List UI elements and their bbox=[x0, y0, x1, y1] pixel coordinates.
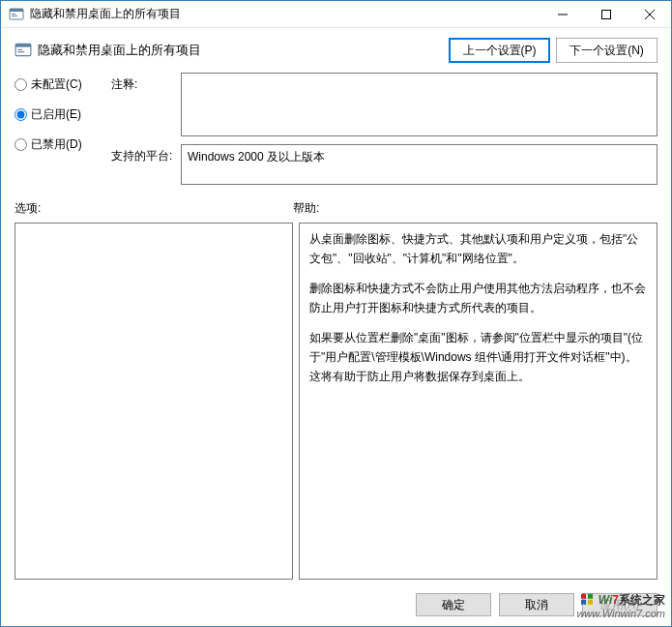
radio-not-configured-input[interactable] bbox=[15, 78, 27, 91]
policy-icon bbox=[15, 42, 32, 59]
next-setting-button[interactable]: 下一个设置(N) bbox=[556, 38, 657, 63]
window-controls bbox=[541, 1, 671, 27]
radio-disabled[interactable]: 已禁用(D) bbox=[15, 136, 111, 153]
policy-icon bbox=[9, 7, 24, 22]
close-button[interactable] bbox=[628, 1, 671, 27]
help-paragraph: 从桌面删除图标、快捷方式、其他默认项和用户定义项，包括"公文包"、"回收站"、"… bbox=[309, 229, 647, 269]
radio-enabled[interactable]: 已启用(E) bbox=[15, 106, 111, 123]
maximize-button[interactable] bbox=[584, 1, 628, 27]
radio-not-configured[interactable]: 未配置(C) bbox=[15, 76, 111, 93]
svg-rect-3 bbox=[12, 15, 17, 16]
minimize-button[interactable] bbox=[541, 1, 584, 27]
svg-rect-1 bbox=[10, 9, 23, 12]
radio-disabled-input[interactable] bbox=[15, 138, 27, 151]
help-pane: 从桌面删除图标、快捷方式、其他默认项和用户定义项，包括"公文包"、"回收站"、"… bbox=[299, 223, 657, 580]
comment-label: 注释: bbox=[111, 73, 181, 93]
dialog-window: 隐藏和禁用桌面上的所有项目 隐藏和禁用桌面上的所有项目 上一个设置(P) bbox=[0, 0, 672, 627]
setting-name: 隐藏和禁用桌面上的所有项目 bbox=[38, 42, 449, 59]
window-title: 隐藏和禁用桌面上的所有项目 bbox=[30, 6, 541, 22]
help-paragraph: 如果要从位置栏删除"桌面"图标，请参阅"位置栏中显示的项目"(位于"用户配置\管… bbox=[309, 328, 647, 387]
svg-rect-6 bbox=[15, 44, 31, 46]
svg-rect-7 bbox=[17, 49, 22, 50]
config-row: 未配置(C) 已启用(E) 已禁用(D) 注释: 支持的平台: bbox=[1, 69, 671, 185]
previous-setting-button[interactable]: 上一个设置(P) bbox=[449, 38, 550, 63]
panes-row: 从桌面删除图标、快捷方式、其他默认项和用户定义项，包括"公文包"、"回收站"、"… bbox=[1, 221, 671, 585]
radio-disabled-label: 已禁用(D) bbox=[31, 136, 82, 153]
radio-enabled-input[interactable] bbox=[15, 108, 27, 121]
svg-rect-4 bbox=[601, 10, 610, 18]
options-label: 选项: bbox=[15, 200, 293, 217]
radio-not-configured-label: 未配置(C) bbox=[31, 76, 82, 93]
footer: 确定 取消 应用(A) Wi7系统之家 www.Winwin7.com bbox=[1, 585, 671, 626]
supported-on-text bbox=[181, 144, 657, 185]
pane-labels: 选项: 帮助: bbox=[1, 185, 671, 221]
options-pane bbox=[15, 223, 293, 580]
titlebar: 隐藏和禁用桌面上的所有项目 bbox=[1, 1, 671, 28]
help-label: 帮助: bbox=[293, 200, 657, 217]
comment-input[interactable] bbox=[181, 73, 657, 136]
cancel-button[interactable]: 取消 bbox=[499, 593, 574, 616]
radio-enabled-label: 已启用(E) bbox=[31, 106, 81, 123]
svg-rect-2 bbox=[12, 14, 15, 15]
header-row: 隐藏和禁用桌面上的所有项目 上一个设置(P) 下一个设置(N) bbox=[1, 28, 671, 69]
apply-button[interactable]: 应用(A) bbox=[582, 593, 657, 616]
state-radios: 未配置(C) 已启用(E) 已禁用(D) bbox=[15, 73, 111, 185]
supported-label: 支持的平台: bbox=[111, 144, 181, 164]
help-paragraph: 删除图标和快捷方式不会防止用户使用其他方法启动程序，也不会防止用户打开图标和快捷… bbox=[309, 279, 647, 318]
ok-button[interactable]: 确定 bbox=[416, 593, 491, 616]
svg-rect-8 bbox=[17, 51, 24, 52]
